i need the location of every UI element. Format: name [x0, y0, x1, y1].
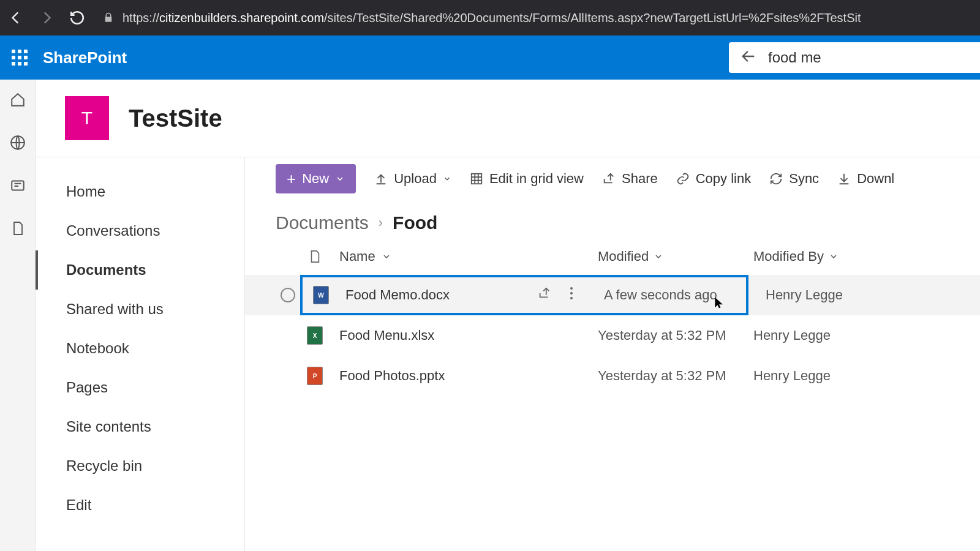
file-name[interactable]: Food Menu.xlsx [330, 328, 532, 343]
rail-home-icon[interactable] [9, 91, 27, 109]
browser-reload-button[interactable] [67, 8, 87, 28]
table-row[interactable]: PFood Photos.pptxYesterday at 5:32 PMHen… [245, 356, 980, 396]
modified-cell: Yesterday at 5:32 PM [598, 328, 736, 343]
chevron-down-icon [443, 174, 451, 183]
row-share-icon[interactable] [538, 287, 551, 304]
file-type-column-icon[interactable] [300, 249, 330, 264]
ppt-file-icon: P [307, 367, 323, 385]
nav-item-edit[interactable]: Edit [36, 485, 244, 525]
column-modified-by[interactable]: Modified By [736, 249, 859, 264]
svg-rect-2 [472, 174, 482, 184]
app-launcher-button[interactable] [0, 36, 39, 80]
copy-link-button[interactable]: Copy link [676, 171, 751, 187]
table-row[interactable]: XFood Menu.xlsxYesterday at 5:32 PMHenry… [245, 315, 980, 356]
nav-item-home[interactable]: Home [36, 172, 244, 211]
waffle-icon [12, 50, 28, 66]
nav-item-site-contents[interactable]: Site contents [36, 407, 244, 446]
nav-item-documents[interactable]: Documents [36, 250, 244, 290]
xls-file-icon: X [307, 326, 323, 345]
chevron-right-icon: › [379, 215, 383, 231]
url-text: https://citizenbuilders.sharepoint.com/s… [123, 11, 861, 25]
site-nav: HomeConversationsDocumentsShared with us… [36, 157, 245, 551]
download-button[interactable]: Downl [837, 171, 894, 187]
rail-files-icon[interactable] [9, 219, 27, 238]
row-select-radio[interactable] [281, 288, 295, 302]
nav-item-recycle-bin[interactable]: Recycle bin [36, 446, 244, 485]
search-box[interactable] [729, 42, 980, 73]
modified-by-cell[interactable]: Henry Legge [748, 287, 871, 303]
site-logo[interactable]: T [65, 96, 109, 140]
share-icon [602, 172, 616, 186]
search-back-icon[interactable] [740, 48, 757, 67]
chevron-down-icon [654, 252, 663, 261]
nav-item-conversations[interactable]: Conversations [36, 211, 244, 250]
file-name[interactable]: Food Photos.pptx [330, 368, 532, 384]
table-header: Name Modified Modified By [245, 238, 980, 275]
breadcrumb: Documents › Food [245, 200, 980, 238]
site-header: T TestSite [36, 80, 980, 157]
chevron-down-icon [382, 252, 391, 261]
site-title[interactable]: TestSite [129, 105, 222, 132]
edit-grid-button[interactable]: Edit in grid view [470, 171, 584, 187]
svg-point-3 [570, 287, 573, 290]
sync-icon [769, 172, 783, 186]
file-list: WFood Memo.docxA few seconds agoHenry Le… [245, 275, 980, 396]
mouse-cursor-icon [713, 294, 725, 314]
column-modified[interactable]: Modified [598, 249, 736, 264]
nav-item-notebook[interactable]: Notebook [36, 329, 244, 368]
rail-news-icon[interactable] [9, 176, 27, 195]
share-button[interactable]: Share [602, 171, 658, 187]
svg-point-4 [570, 292, 573, 294]
breadcrumb-current: Food [393, 212, 437, 233]
main-area: + New Upload Edit in grid view [245, 157, 980, 551]
browser-forward-button[interactable] [37, 8, 56, 28]
browser-toolbar: https://citizenbuilders.sharepoint.com/s… [0, 0, 980, 36]
search-input[interactable] [768, 49, 969, 66]
lock-icon [103, 12, 114, 24]
upload-icon [374, 172, 388, 186]
word-file-icon: W [313, 286, 329, 304]
new-button[interactable]: + New [276, 164, 356, 193]
breadcrumb-root[interactable]: Documents [276, 212, 369, 233]
nav-item-pages[interactable]: Pages [36, 368, 244, 407]
link-icon [676, 172, 690, 186]
address-bar[interactable]: https://citizenbuilders.sharepoint.com/s… [98, 11, 974, 25]
column-name[interactable]: Name [330, 249, 598, 264]
modified-cell: Yesterday at 5:32 PM [598, 368, 736, 384]
table-row[interactable]: WFood Memo.docxA few seconds agoHenry Le… [245, 275, 980, 315]
suite-bar: SharePoint [0, 36, 980, 80]
browser-back-button[interactable] [6, 8, 26, 28]
nav-item-shared-with-us[interactable]: Shared with us [36, 290, 244, 329]
svg-rect-1 [12, 181, 24, 190]
grid-icon [470, 172, 483, 186]
modified-by-cell[interactable]: Henry Legge [736, 328, 859, 343]
product-name[interactable]: SharePoint [43, 48, 127, 67]
command-bar: + New Upload Edit in grid view [245, 157, 980, 200]
svg-point-5 [570, 297, 573, 299]
row-more-icon[interactable] [570, 287, 573, 304]
file-name[interactable]: Food Memo.docx [336, 287, 538, 303]
chevron-down-icon [335, 174, 345, 184]
modified-by-cell[interactable]: Henry Legge [736, 368, 859, 384]
chevron-down-icon [829, 252, 839, 261]
app-rail [0, 80, 36, 551]
sync-button[interactable]: Sync [769, 171, 819, 187]
new-label: New [302, 171, 329, 187]
rail-globe-icon[interactable] [9, 133, 27, 152]
plus-icon: + [287, 170, 296, 189]
download-icon [837, 172, 851, 186]
upload-button[interactable]: Upload [374, 171, 451, 187]
